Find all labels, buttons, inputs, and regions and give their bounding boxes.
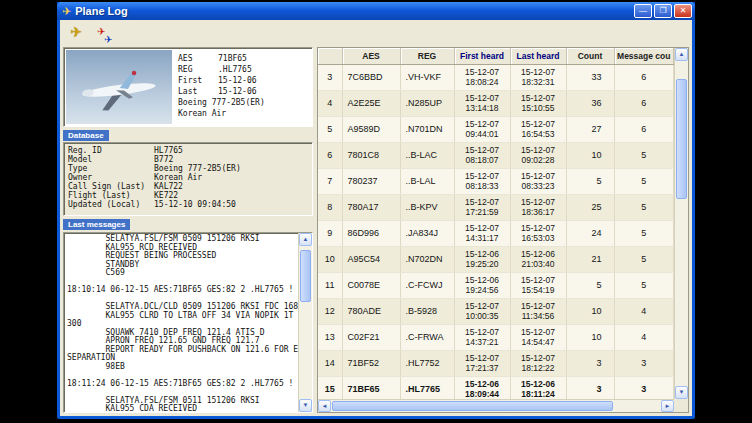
table-row[interactable]: 4A2E25E.N285UP15-12-07 13:14:1815-12-07 … bbox=[318, 90, 674, 116]
screen: ✈ Plane Log — ❐ ✕ ✈ ✈ ✈ bbox=[0, 0, 752, 423]
scroll-down-icon[interactable]: ▼ bbox=[675, 386, 688, 399]
db-value: KAL722 bbox=[154, 182, 183, 191]
summary-label: AES bbox=[178, 53, 218, 64]
scroll-up-icon[interactable]: ▲ bbox=[299, 233, 312, 246]
last-heard-cell: 15-12-07 15:54:19 bbox=[510, 272, 566, 298]
db-value: HL7765 bbox=[154, 146, 183, 155]
aes-cell: 71BF65 bbox=[342, 376, 400, 399]
count-cell: 27 bbox=[566, 116, 614, 142]
db-label: Flight (Last) bbox=[68, 191, 154, 200]
table-row[interactable]: 5A9589D.N701DN15-12-07 09:44:0115-12-07 … bbox=[318, 116, 674, 142]
message-count-cell: 6 bbox=[614, 116, 674, 142]
first-heard-cell: 15-12-07 14:31:17 bbox=[454, 220, 510, 246]
table-row[interactable]: 1471BF52.HL775215-12-07 17:21:3715-12-07… bbox=[318, 350, 674, 376]
left-panel: AES71BF65 REG.HL7765 First15-12-06 Last1… bbox=[63, 47, 313, 413]
first-heard-cell: 15-12-07 18:08:24 bbox=[454, 64, 510, 90]
scroll-right-icon[interactable]: ► bbox=[661, 400, 674, 412]
column-header-rownum[interactable] bbox=[318, 48, 342, 64]
scroll-up-icon[interactable]: ▲ bbox=[675, 48, 688, 61]
column-header-first-heard[interactable]: First heard bbox=[454, 48, 510, 64]
messages-section-label: Last messages bbox=[63, 219, 130, 230]
first-heard-cell: 15-12-07 08:18:07 bbox=[454, 142, 510, 168]
table-vscroll-thumb[interactable] bbox=[676, 79, 687, 199]
aircraft-table-panel: AES REG First heard Last heard Count Mes… bbox=[317, 47, 689, 413]
db-value: KE722 bbox=[154, 191, 178, 200]
table-row[interactable]: 11C0078E.C-FCWJ15-12-06 19:24:5615-12-07… bbox=[318, 272, 674, 298]
reg-cell: ..B-LAC bbox=[400, 142, 454, 168]
count-cell: 33 bbox=[566, 64, 614, 90]
row-number: 3 bbox=[318, 64, 342, 90]
scrollbar-corner bbox=[674, 399, 688, 412]
summary-value: 15-12-06 bbox=[218, 86, 257, 97]
messages-scrollbar[interactable]: ▲ ▼ bbox=[298, 233, 312, 412]
message-count-cell: 5 bbox=[614, 246, 674, 272]
table-row[interactable]: 12780ADE.B-592815-12-07 10:00:3515-12-07… bbox=[318, 298, 674, 324]
table-row[interactable]: 986D996.JA834J15-12-07 14:31:1715-12-07 … bbox=[318, 220, 674, 246]
row-number: 4 bbox=[318, 90, 342, 116]
column-header-message-count[interactable]: Message cou bbox=[614, 48, 674, 64]
count-cell: 10 bbox=[566, 324, 614, 350]
messages-scroll-thumb[interactable] bbox=[300, 250, 311, 302]
last-heard-cell: 15-12-06 18:11:24 bbox=[510, 376, 566, 399]
plane-log-window: ✈ Plane Log — ❐ ✕ ✈ ✈ ✈ bbox=[57, 2, 695, 419]
last-heard-cell: 15-12-07 08:33:23 bbox=[510, 168, 566, 194]
first-heard-cell: 15-12-07 17:21:59 bbox=[454, 194, 510, 220]
table-row[interactable]: 13C02F21.C-FRWA15-12-07 14:37:2115-12-07… bbox=[318, 324, 674, 350]
message-count-cell: 3 bbox=[614, 376, 674, 399]
count-cell: 10 bbox=[566, 298, 614, 324]
row-number: 10 bbox=[318, 246, 342, 272]
last-heard-cell: 15-12-07 09:02:28 bbox=[510, 142, 566, 168]
message-count-cell: 5 bbox=[614, 142, 674, 168]
table-row[interactable]: 1571BF65.HL776515-12-06 18:09:4415-12-06… bbox=[318, 376, 674, 399]
table-hscroll-track[interactable] bbox=[331, 400, 661, 412]
close-button[interactable]: ✕ bbox=[674, 4, 692, 18]
table-horizontal-scrollbar[interactable]: ◄ ► bbox=[318, 399, 674, 412]
table-row[interactable]: 37C6BBD.VH-VKF15-12-07 18:08:2415-12-07 … bbox=[318, 64, 674, 90]
aes-cell: C0078E bbox=[342, 272, 400, 298]
last-heard-cell: 15-12-07 16:54:53 bbox=[510, 116, 566, 142]
messages-scroll-track[interactable] bbox=[299, 246, 312, 399]
last-heard-cell: 15-12-07 18:36:17 bbox=[510, 194, 566, 220]
count-cell: 10 bbox=[566, 142, 614, 168]
scroll-left-icon[interactable]: ◄ bbox=[318, 400, 331, 412]
table-row[interactable]: 7780237..B-LAL15-12-07 08:18:3315-12-07 … bbox=[318, 168, 674, 194]
summary-label: REG bbox=[178, 64, 218, 75]
aircraft-table-body: 37C6BBD.VH-VKF15-12-07 18:08:2415-12-07 … bbox=[318, 64, 674, 399]
message-count-cell: 5 bbox=[614, 220, 674, 246]
summary-value: 15-12-06 bbox=[218, 75, 257, 86]
titlebar[interactable]: ✈ Plane Log — ❐ ✕ bbox=[57, 2, 695, 20]
aes-cell: 7C6BBD bbox=[342, 64, 400, 90]
aircraft-pair-button[interactable]: ✈ ✈ bbox=[94, 22, 118, 43]
db-label: Model bbox=[68, 155, 154, 164]
table-vertical-scrollbar[interactable]: ▲ ▼ bbox=[674, 48, 688, 399]
message-count-cell: 5 bbox=[614, 272, 674, 298]
aes-cell: 780237 bbox=[342, 168, 400, 194]
column-header-aes[interactable]: AES bbox=[342, 48, 400, 64]
table-row[interactable]: 8780A17..B-KPV15-12-07 17:21:5915-12-07 … bbox=[318, 194, 674, 220]
last-heard-cell: 15-12-07 14:54:47 bbox=[510, 324, 566, 350]
table-row[interactable]: 67801C8..B-LAC15-12-07 08:18:0715-12-07 … bbox=[318, 142, 674, 168]
yellow-plane-icon: ✈ bbox=[70, 24, 82, 40]
count-cell: 5 bbox=[566, 168, 614, 194]
aes-cell: C02F21 bbox=[342, 324, 400, 350]
table-row[interactable]: 10A95C54.N702DN15-12-06 19:25:2015-12-06… bbox=[318, 246, 674, 272]
scroll-down-icon[interactable]: ▼ bbox=[299, 399, 312, 412]
minimize-button[interactable]: — bbox=[634, 4, 652, 18]
reg-cell: .VH-VKF bbox=[400, 64, 454, 90]
content: AES71BF65 REG.HL7765 First15-12-06 Last1… bbox=[60, 44, 692, 416]
row-number: 13 bbox=[318, 324, 342, 350]
last-heard-cell: 15-12-07 18:32:31 bbox=[510, 64, 566, 90]
table-vscroll-track[interactable] bbox=[675, 61, 688, 386]
aes-cell: 780A17 bbox=[342, 194, 400, 220]
column-header-count[interactable]: Count bbox=[566, 48, 614, 64]
photo-log-button[interactable]: ✈ bbox=[64, 22, 88, 43]
table-hscroll-thumb[interactable] bbox=[332, 401, 613, 411]
reg-cell: .C-FRWA bbox=[400, 324, 454, 350]
reg-cell: .HL7765 bbox=[400, 376, 454, 399]
row-number: 14 bbox=[318, 350, 342, 376]
column-header-reg[interactable]: REG bbox=[400, 48, 454, 64]
aes-cell: 7801C8 bbox=[342, 142, 400, 168]
toolbar: ✈ ✈ ✈ bbox=[60, 20, 692, 44]
maximize-button[interactable]: ❐ bbox=[654, 4, 672, 18]
column-header-last-heard[interactable]: Last heard bbox=[510, 48, 566, 64]
